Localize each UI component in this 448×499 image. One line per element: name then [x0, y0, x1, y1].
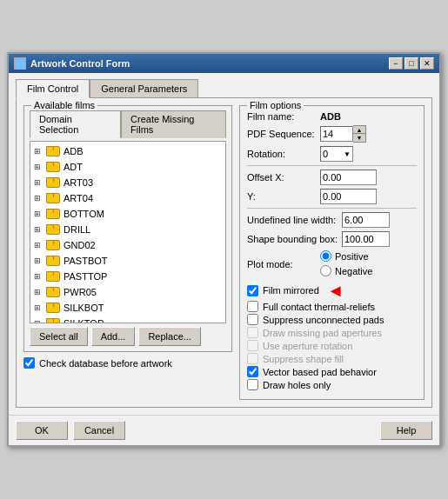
rotation-value: 0 [323, 149, 328, 159]
ok-button[interactable]: OK [16, 421, 68, 440]
suppress-shape-checkbox [247, 353, 258, 364]
sub-tab-create-missing[interactable]: Create Missing Films [121, 110, 226, 138]
list-item[interactable]: ⊞ ADB [32, 143, 224, 159]
list-item[interactable]: ⊞ GND02 [32, 237, 224, 253]
undefined-line-label: Undefined line width: [247, 215, 338, 225]
vector-based-label: Vector based pad behavior [263, 367, 377, 377]
footer: OK Cancel Help [9, 415, 439, 445]
list-item[interactable]: ⊞ ART03 [32, 175, 224, 190]
offset-x-label: Offset X: [247, 172, 317, 183]
folder-icon [46, 256, 60, 266]
list-item[interactable]: ⊞ ART04 [32, 190, 224, 206]
film-mirrored-label: Film mirrored [263, 285, 319, 296]
tab-content-film-control: Available films Domain Selection Create … [16, 97, 432, 408]
check-database-checkbox[interactable] [23, 357, 35, 369]
film-name-row: Film name: ADB [247, 111, 417, 122]
select-all-button[interactable]: Select all [30, 327, 88, 346]
window-icon [14, 57, 26, 70]
available-films-group: Available films Domain Selection Create … [23, 105, 232, 352]
suppress-unconnected-label: Suppress unconnected pads [263, 315, 384, 325]
list-item[interactable]: ⊞ ADT [32, 159, 224, 175]
list-item[interactable]: ⊞ PWR05 [32, 284, 224, 300]
film-name: GND02 [64, 240, 96, 250]
folder-icon [46, 162, 60, 172]
film-list-content[interactable]: ⊞ ADB ⊞ ADT [30, 141, 226, 323]
shape-bounding-input[interactable] [342, 231, 390, 247]
use-aperture-row: Use aperture rotation [247, 340, 417, 351]
help-button[interactable]: Help [380, 421, 432, 440]
radio-negative-label: Negative [335, 266, 372, 276]
folder-icon [46, 303, 60, 313]
list-item[interactable]: ⊞ SILKTOP [32, 316, 224, 323]
window-title: Artwork Control Form [30, 58, 130, 69]
list-item[interactable]: ⊞ PASTBOT [32, 253, 224, 269]
offset-x-input[interactable] [320, 170, 377, 185]
rotation-arrow: ▼ [344, 150, 351, 158]
film-name-value: ADB [320, 111, 341, 122]
list-item[interactable]: ⊞ PASTTOP [32, 269, 224, 284]
expand-icon: ⊞ [34, 225, 43, 234]
pdf-spin-buttons: ▲ ▼ [353, 125, 366, 143]
use-aperture-checkbox [247, 340, 258, 351]
shape-bounding-label: Shape bounding box: [247, 234, 338, 244]
plot-mode-label: Plot mode: [247, 259, 317, 269]
minimize-button[interactable]: − [389, 57, 403, 70]
pdf-sequence-label: PDF Sequence: [247, 129, 317, 139]
suppress-shape-label: Suppress shape fill [263, 354, 344, 364]
full-contact-checkbox[interactable] [247, 301, 258, 312]
expand-icon: ⊞ [34, 241, 43, 250]
draw-holes-checkbox[interactable] [247, 379, 258, 390]
list-item[interactable]: ⊞ DRILL [32, 222, 224, 237]
expand-icon: ⊞ [34, 288, 43, 296]
film-name: ADT [64, 162, 83, 172]
available-films-label: Available films [31, 100, 97, 110]
maximize-button[interactable]: □ [405, 57, 418, 70]
expand-icon: ⊞ [34, 256, 43, 265]
undefined-line-input[interactable] [342, 212, 390, 228]
window-controls: − □ ✕ [389, 57, 434, 70]
full-contact-label: Full contact thermal-reliefs [263, 302, 375, 312]
folder-icon [46, 287, 60, 297]
suppress-unconnected-checkbox[interactable] [247, 314, 258, 325]
draw-holes-label: Draw holes only [263, 380, 331, 390]
close-button[interactable]: ✕ [420, 57, 434, 70]
expand-icon: ⊞ [34, 163, 43, 171]
folder-icon [46, 271, 60, 282]
radio-positive[interactable] [320, 250, 331, 262]
expand-icon: ⊞ [34, 178, 43, 187]
radio-negative[interactable] [320, 265, 331, 276]
footer-left-buttons: OK Cancel [16, 421, 125, 440]
film-list-wrapper: ⊞ ADB ⊞ ADT [30, 141, 226, 323]
main-layout: Available films Domain Selection Create … [23, 105, 425, 400]
list-item[interactable]: ⊞ SILKBOT [32, 300, 224, 316]
suppress-unconnected-row: Suppress unconnected pads [247, 314, 417, 325]
pdf-spin-down[interactable]: ▼ [353, 134, 365, 142]
list-item[interactable]: ⊞ BOTTOM [32, 206, 224, 222]
film-options-group: Film options Film name: ADB PDF Sequence… [239, 105, 425, 400]
replace-button[interactable]: Replace... [138, 327, 201, 346]
offset-y-row: Y: [247, 189, 417, 204]
rotation-select[interactable]: 0 ▼ [320, 146, 353, 162]
folder-icon [46, 146, 60, 156]
film-name: ART03 [64, 177, 93, 188]
film-name: PWR05 [64, 287, 97, 297]
pdf-sequence-row: PDF Sequence: ▲ ▼ [247, 125, 417, 143]
tab-film-control[interactable]: Film Control [16, 79, 90, 98]
arrow-indicator: ◄ [327, 282, 344, 299]
vector-based-checkbox[interactable] [247, 366, 258, 377]
add-button[interactable]: Add... [91, 327, 136, 346]
sub-tab-domain-selection[interactable]: Domain Selection [30, 110, 121, 138]
draw-missing-row: Draw missing pad apertures [247, 327, 417, 338]
offset-y-input[interactable] [320, 189, 377, 204]
pdf-sequence-input[interactable] [320, 126, 353, 142]
pdf-spin-up[interactable]: ▲ [353, 126, 365, 134]
right-panel: Film options Film name: ADB PDF Sequence… [239, 105, 425, 400]
cancel-button[interactable]: Cancel [73, 421, 125, 440]
folder-icon [46, 224, 60, 235]
check-database-label: Check database before artwork [39, 358, 172, 369]
radio-negative-row: Negative [320, 265, 372, 276]
tab-general-parameters[interactable]: General Parameters [90, 79, 198, 98]
expand-icon: ⊞ [34, 210, 43, 218]
radio-positive-label: Positive [335, 251, 369, 262]
film-mirrored-checkbox[interactable] [247, 285, 258, 296]
